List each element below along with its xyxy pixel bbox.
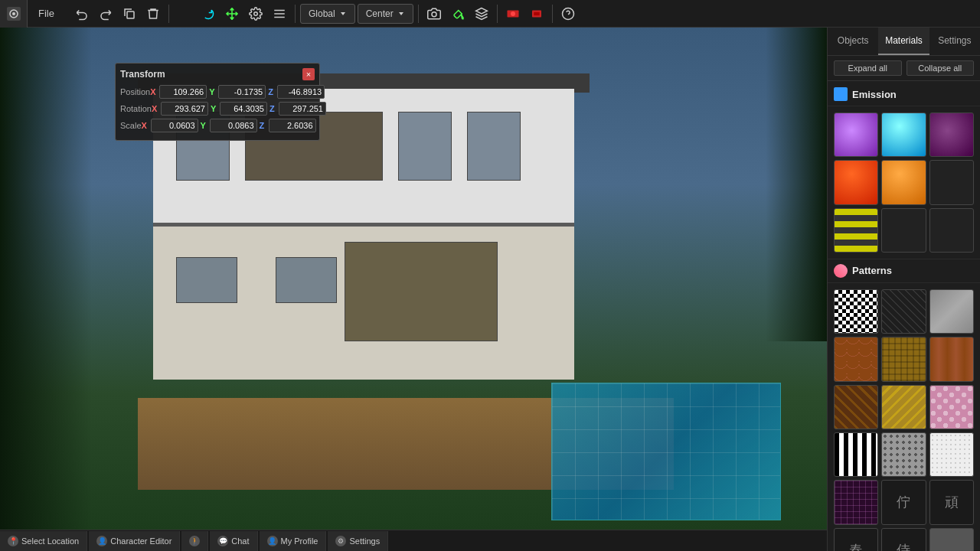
emission-swatch-orange[interactable] [881, 160, 926, 204]
settings-gear-button[interactable] [245, 3, 266, 24]
character-editor-button[interactable]: 👤 Character Editor [89, 531, 180, 551]
undo-button[interactable] [71, 3, 93, 24]
pattern-swatch-kanji2[interactable]: 頑 [929, 480, 974, 524]
scale-z-input[interactable] [269, 119, 316, 132]
emission-swatch-dark1[interactable] [929, 160, 974, 204]
chat-button[interactable]: 💬 Chat [210, 531, 257, 551]
copy-button[interactable] [119, 3, 140, 24]
pattern-swatch-flowers[interactable] [929, 385, 974, 429]
select-location-label: Select Location [21, 536, 79, 546]
pos-x-input[interactable] [159, 85, 207, 99]
scale-y-label: Y [201, 121, 208, 130]
emission-swatch-yellow-pattern[interactable] [834, 208, 878, 253]
pattern-swatch-wood[interactable] [929, 337, 974, 381]
expand-all-button[interactable]: Expand all [834, 60, 902, 76]
redo-button[interactable] [95, 3, 116, 24]
pattern-swatch-kanji1[interactable]: 佇 [881, 480, 926, 524]
my-profile-icon: 👤 [267, 536, 278, 546]
rotate-button[interactable] [198, 3, 219, 24]
camera-button[interactable] [423, 3, 445, 24]
person-button[interactable]: 🚶 [181, 531, 208, 551]
scale-x-input[interactable] [151, 119, 198, 132]
select-location-button[interactable]: 📍 Select Location [0, 531, 87, 551]
record-button[interactable] [502, 3, 524, 24]
paint-button[interactable] [447, 3, 469, 24]
patterns-icon [834, 264, 848, 278]
window-3 [398, 112, 452, 181]
pattern-swatch-bottom1[interactable] [929, 528, 974, 551]
tab-objects[interactable]: Objects [828, 28, 878, 55]
window-4 [467, 112, 521, 181]
rotation-fields: X Y Z [152, 102, 326, 116]
emission-swatch-orange-red[interactable] [834, 160, 878, 204]
bottom-settings-button[interactable]: ⚙ Settings [328, 531, 388, 551]
file-menu-button[interactable]: File [28, 0, 65, 28]
separator2 [295, 5, 296, 23]
add-object-button[interactable] [174, 3, 195, 24]
emission-swatch-dark2[interactable] [881, 208, 926, 253]
pos-z-label: Z [268, 87, 276, 96]
pattern-swatch-brown[interactable] [834, 385, 878, 429]
tree-right-overlay [766, 28, 827, 341]
scale-y-input[interactable] [210, 119, 257, 132]
snap-button[interactable] [471, 3, 492, 24]
pos-x-field: X [150, 85, 207, 99]
scale-z-label: Z [260, 121, 267, 130]
pattern-swatch-japanese1[interactable] [834, 480, 878, 524]
separator5 [552, 5, 553, 23]
emission-swatch-cyan[interactable] [881, 112, 926, 157]
pattern-swatch-kanji3[interactable]: 春 [834, 528, 878, 551]
rot-z-input[interactable] [279, 102, 326, 116]
emission-swatch-dark-purple[interactable] [929, 112, 974, 157]
viewport[interactable]: Transform × Position X Y Z [0, 28, 827, 551]
pattern-swatch-scales[interactable] [834, 337, 878, 381]
svg-point-4 [254, 11, 258, 15]
rot-y-label: Y [211, 104, 218, 113]
svg-point-10 [511, 11, 515, 16]
rot-y-input[interactable] [220, 102, 267, 116]
collapse-all-button[interactable]: Collapse all [906, 60, 975, 76]
help-button[interactable] [557, 3, 579, 24]
pos-x-label: X [150, 87, 158, 96]
transform-close-button[interactable]: × [302, 68, 315, 80]
rot-x-input[interactable] [161, 102, 208, 116]
tab-materials[interactable]: Materials [878, 28, 929, 55]
pattern-swatch-checker[interactable] [834, 289, 878, 334]
transform-panel-title: Transform [120, 69, 165, 80]
pattern-swatch-white-texture[interactable] [929, 432, 974, 477]
pattern-swatch-gold[interactable] [881, 385, 926, 429]
hierarchy-button[interactable] [269, 3, 290, 24]
rotation-label: Rotation [120, 104, 152, 113]
pattern-swatch-gray-texture[interactable] [929, 289, 974, 334]
pattern-swatch-kanji4[interactable]: 侍 [881, 528, 926, 551]
pattern-swatch-stripes-bw[interactable] [834, 432, 878, 477]
window-6 [276, 257, 337, 303]
pattern-swatch-blue-tiles[interactable] [881, 289, 926, 334]
chat-icon: 💬 [217, 536, 228, 546]
scale-y-field: Y [201, 119, 257, 132]
pos-z-input[interactable] [277, 85, 325, 99]
stop-button[interactable] [526, 3, 547, 24]
emission-icon [834, 87, 848, 101]
scale-z-field: Z [260, 119, 316, 132]
logo-button[interactable] [0, 0, 28, 28]
pos-y-input[interactable] [218, 85, 266, 99]
scale-label: Scale [120, 121, 142, 130]
tab-settings[interactable]: Settings [929, 28, 980, 55]
center-dropdown[interactable]: Center [358, 4, 413, 24]
svg-rect-3 [127, 11, 134, 18]
character-editor-icon: 👤 [96, 536, 107, 546]
pattern-swatch-dots-gray[interactable] [881, 432, 926, 477]
emission-section-header: Emission [828, 81, 980, 106]
separator4 [497, 5, 498, 23]
my-profile-button[interactable]: 👤 My Profile [260, 531, 327, 551]
character-editor-label: Character Editor [110, 536, 172, 546]
position-label: Position [120, 87, 150, 96]
pos-z-field: Z [268, 85, 325, 99]
pattern-swatch-weave[interactable] [881, 337, 926, 381]
emission-swatch-purple[interactable] [834, 112, 878, 157]
delete-button[interactable] [142, 3, 164, 24]
move-button[interactable] [221, 3, 243, 24]
emission-swatch-dark3[interactable] [929, 208, 974, 253]
global-dropdown[interactable]: Global [300, 4, 355, 24]
